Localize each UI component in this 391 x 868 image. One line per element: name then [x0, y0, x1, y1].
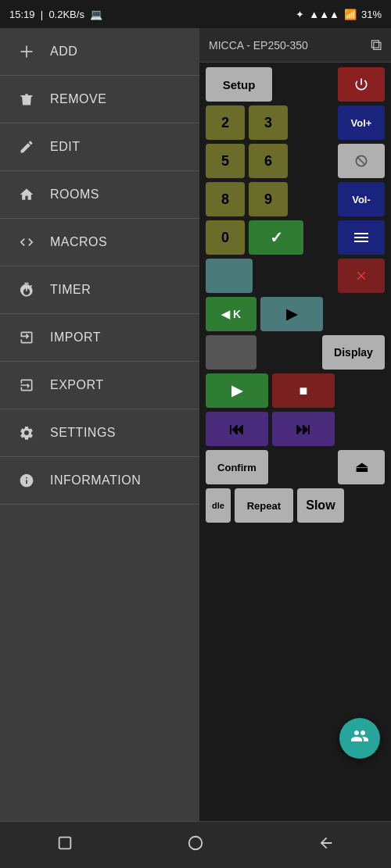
- copy-icon[interactable]: ⧉: [371, 36, 382, 54]
- row-rew-ff: ⏮ ⏭: [206, 412, 385, 446]
- remote-header: MICCA - EP250-350 ⧉: [199, 28, 391, 63]
- num9-button[interactable]: 9: [249, 182, 288, 216]
- svg-line-3: [357, 157, 365, 165]
- back-arrow-icon: [317, 834, 335, 856]
- dark-btn[interactable]: [206, 335, 256, 370]
- svg-point-5: [189, 836, 203, 849]
- row-check: 0 ✓: [206, 220, 385, 255]
- nav-square[interactable]: [45, 830, 84, 861]
- square-icon: [56, 834, 74, 856]
- stop-button[interactable]: ■: [272, 373, 335, 408]
- fab-button[interactable]: [339, 718, 380, 759]
- settings-icon: [16, 422, 38, 444]
- shuffle-button[interactable]: dle: [206, 488, 231, 523]
- sidebar-item-information[interactable]: INFORMATION: [0, 457, 199, 505]
- row-play-stop: ▶ ■: [206, 373, 385, 408]
- display-button[interactable]: Display: [322, 335, 385, 370]
- battery-icon: 31%: [361, 9, 382, 20]
- play-button[interactable]: ▶: [260, 297, 323, 331]
- row-playback: ◀ K ▶: [206, 297, 385, 331]
- sidebar-macros-label: MACROS: [50, 235, 107, 249]
- sidebar-item-rooms[interactable]: ROOMS: [0, 171, 199, 219]
- sidebar-item-export[interactable]: EXPORT: [0, 362, 199, 409]
- eject-button[interactable]: ⏏: [338, 450, 385, 484]
- fab-icon: [350, 727, 369, 750]
- information-icon: [16, 470, 38, 491]
- nav-back[interactable]: [307, 830, 346, 861]
- export-icon: [16, 374, 38, 396]
- sidebar-timer-label: TIMER: [50, 283, 91, 297]
- setup-button[interactable]: Setup: [206, 67, 272, 102]
- confirm-button[interactable]: Confirm: [206, 450, 268, 484]
- slow-button[interactable]: Slow: [297, 488, 344, 523]
- status-time: 15:19: [9, 9, 35, 20]
- bottom-nav: [0, 821, 391, 868]
- num8-button[interactable]: 8: [206, 182, 245, 216]
- sidebar: ADD REMOVE EDIT ROOMS MACROS: [0, 28, 199, 821]
- remote-panel: MICCA - EP250-350 ⧉ Setup 2 3 Vol+ 5: [199, 28, 391, 821]
- num5-button[interactable]: 5: [206, 144, 245, 178]
- svg-rect-4: [59, 837, 71, 848]
- macros-icon: [16, 231, 38, 253]
- sidebar-item-settings[interactable]: SETTINGS: [0, 409, 199, 457]
- remove-icon: [16, 88, 38, 110]
- back-button[interactable]: ◀ K: [206, 297, 256, 331]
- sidebar-export-label: EXPORT: [50, 378, 104, 392]
- sidebar-item-remove[interactable]: REMOVE: [0, 76, 199, 123]
- volup-button[interactable]: Vol+: [338, 105, 385, 140]
- num6-button[interactable]: 6: [249, 144, 288, 178]
- sidebar-add-label: ADD: [50, 45, 77, 59]
- row-confirm: Confirm ⏏: [206, 450, 385, 484]
- rooms-icon: [16, 184, 38, 205]
- row-num5: 5 6: [206, 144, 385, 178]
- sidebar-information-label: INFORMATION: [50, 473, 141, 488]
- sidebar-import-label: IMPORT: [50, 330, 101, 345]
- sidebar-settings-label: SETTINGS: [50, 426, 116, 440]
- status-speed: 0.2KB/s: [48, 9, 84, 20]
- bluetooth-icon: ✦: [296, 9, 304, 20]
- check-button[interactable]: ✓: [249, 220, 303, 255]
- sidebar-rooms-label: ROOMS: [50, 188, 99, 202]
- row-display: Display: [206, 335, 385, 370]
- row-back: [206, 259, 385, 293]
- rewind-button[interactable]: ⏮: [206, 412, 268, 446]
- battery-level: 31: [361, 9, 372, 20]
- svg-rect-1: [21, 51, 33, 52]
- sidebar-item-edit[interactable]: EDIT: [0, 123, 199, 171]
- status-time-speed: 15:19 | 0.2KB/s 💻: [9, 9, 102, 20]
- row-setup: Setup: [206, 67, 385, 102]
- nav-home[interactable]: [176, 830, 215, 861]
- remote-title: MICCA - EP250-350: [209, 39, 308, 52]
- import-icon: [16, 327, 38, 348]
- sidebar-item-macros[interactable]: MACROS: [0, 219, 199, 266]
- row-bottom: dle Repeat Slow: [206, 488, 385, 523]
- sidebar-item-timer[interactable]: TIMER: [0, 266, 199, 314]
- remote-buttons: Setup 2 3 Vol+ 5 6: [199, 63, 391, 527]
- wifi-icon: 📶: [344, 9, 357, 20]
- ff-button[interactable]: ⏭: [272, 412, 335, 446]
- sidebar-remove-label: REMOVE: [50, 92, 106, 106]
- add-icon: [16, 41, 38, 63]
- row-num2: 2 3 Vol+: [206, 105, 385, 140]
- teal-btn1[interactable]: [206, 259, 253, 293]
- num0-button[interactable]: 0: [206, 220, 245, 255]
- row-num8: 8 9 Vol-: [206, 182, 385, 216]
- mute-button[interactable]: [338, 144, 385, 178]
- num3-button[interactable]: 3: [249, 105, 288, 140]
- home-circle-icon: [187, 834, 204, 856]
- sidebar-item-add[interactable]: ADD: [0, 28, 199, 76]
- playgreen-button[interactable]: ▶: [206, 373, 268, 408]
- edit-icon: [16, 136, 38, 158]
- power-button[interactable]: [338, 67, 385, 102]
- num2-button[interactable]: 2: [206, 105, 245, 140]
- main-container: ADD REMOVE EDIT ROOMS MACROS: [0, 28, 391, 821]
- sidebar-item-import[interactable]: IMPORT: [0, 314, 199, 362]
- sidebar-edit-label: EDIT: [50, 140, 80, 154]
- repeat-button[interactable]: Repeat: [235, 488, 293, 523]
- timer-icon: [16, 279, 38, 301]
- status-icons: ✦ ▲▲▲ 📶 31%: [296, 9, 382, 20]
- signal-icon: ▲▲▲: [309, 9, 339, 20]
- voldown-button[interactable]: Vol-: [338, 182, 385, 216]
- menu-button[interactable]: [338, 220, 385, 255]
- close-button[interactable]: [338, 259, 385, 293]
